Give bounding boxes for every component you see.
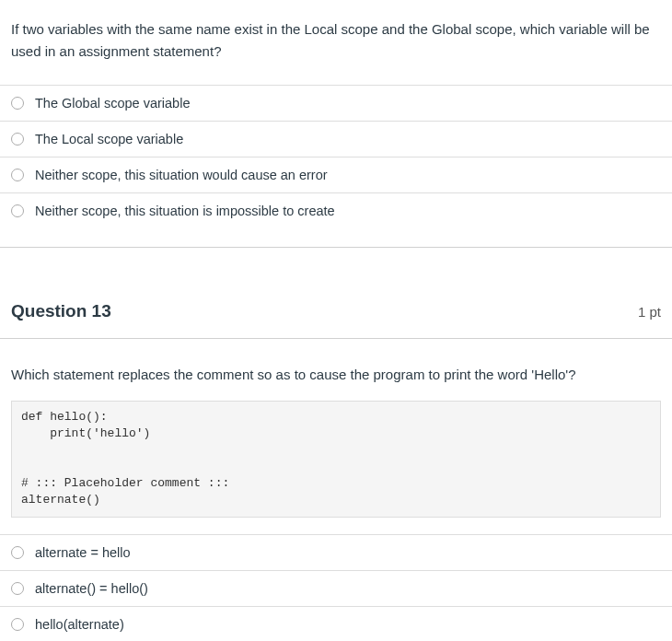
option-row[interactable]: The Global scope variable	[0, 86, 672, 122]
question-13-text: Which statement replaces the comment so …	[0, 339, 672, 401]
radio-icon[interactable]	[11, 582, 24, 595]
section-divider	[0, 247, 672, 248]
option-label: Neither scope, this situation is impossi…	[35, 204, 335, 218]
radio-icon[interactable]	[11, 169, 24, 181]
option-row[interactable]: The Local scope variable	[0, 122, 672, 157]
radio-icon[interactable]	[11, 97, 24, 110]
question-points: 1 pt	[638, 304, 661, 320]
radio-icon[interactable]	[11, 204, 24, 217]
code-block: def hello(): print('hello') # ::: Placeh…	[11, 401, 661, 518]
option-row[interactable]: Neither scope, this situation would caus…	[0, 157, 672, 193]
option-row[interactable]: alternate = hello	[0, 535, 672, 571]
radio-icon[interactable]	[11, 618, 24, 631]
option-row[interactable]: hello(alternate)	[0, 607, 672, 641]
option-label: hello(alternate)	[35, 617, 124, 632]
question-12-block: If two variables with the same name exis…	[0, 0, 672, 228]
option-label: alternate() = hello()	[35, 581, 148, 596]
radio-icon[interactable]	[11, 133, 24, 146]
question-13-header: Question 13 1 pt	[0, 285, 672, 339]
question-13-block: Which statement replaces the comment so …	[0, 339, 672, 641]
radio-icon[interactable]	[11, 546, 24, 559]
question-12-text: If two variables with the same name exis…	[0, 0, 672, 85]
question-13-options: alternate = hello alternate() = hello() …	[0, 534, 672, 641]
option-label: The Local scope variable	[35, 132, 183, 146]
option-label: The Global scope variable	[35, 96, 190, 111]
question-title: Question 13	[11, 301, 111, 321]
question-12-options: The Global scope variable The Local scop…	[0, 85, 672, 228]
option-label: alternate = hello	[35, 545, 131, 560]
option-label: Neither scope, this situation would caus…	[35, 168, 328, 182]
option-row[interactable]: Neither scope, this situation is impossi…	[0, 193, 672, 228]
option-row[interactable]: alternate() = hello()	[0, 571, 672, 607]
